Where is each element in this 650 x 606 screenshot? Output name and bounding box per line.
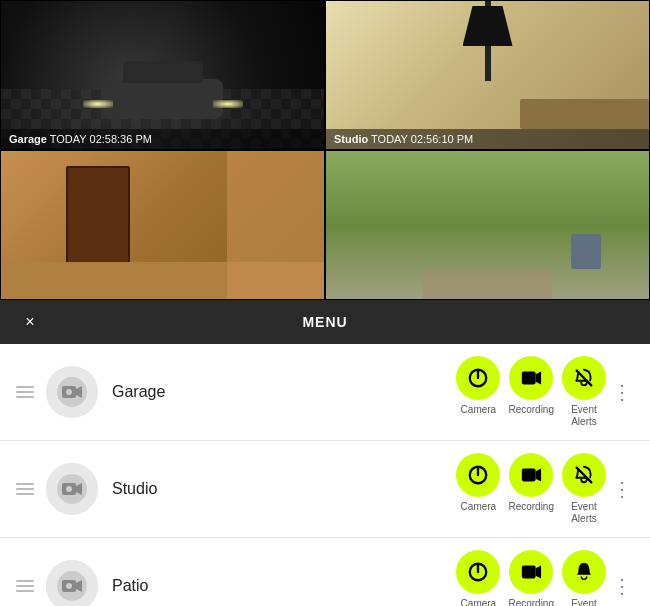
recording-toggle-patio[interactable] bbox=[509, 550, 553, 594]
camera-list: Garage Camera Recording EventAlerts bbox=[0, 344, 650, 606]
action-alerts-garage: EventAlerts bbox=[562, 356, 606, 428]
camera-actions-garage: Camera Recording EventAlerts bbox=[456, 356, 606, 428]
camera-thumb-garage bbox=[46, 366, 98, 418]
menu-title: MENU bbox=[0, 314, 650, 330]
svg-rect-12 bbox=[522, 469, 536, 482]
close-button[interactable]: × bbox=[16, 308, 44, 336]
svg-rect-19 bbox=[522, 566, 536, 579]
action-alerts-label-garage: EventAlerts bbox=[571, 404, 597, 428]
action-recording-studio: Recording bbox=[508, 453, 554, 513]
drag-handle-studio[interactable] bbox=[16, 483, 34, 495]
svg-point-2 bbox=[66, 389, 72, 395]
action-alerts-label-patio: EventAlerts bbox=[571, 598, 597, 606]
video-cell-garage[interactable]: Garage TODAY 02:58:36 PM bbox=[0, 0, 325, 150]
video-cell-studio[interactable]: Studio TODAY 02:56:10 PM bbox=[325, 0, 650, 150]
alerts-toggle-studio[interactable] bbox=[562, 453, 606, 497]
camera-item-studio: Studio Camera Recording EventAlerts bbox=[0, 441, 650, 538]
camera-name-garage: Garage bbox=[112, 383, 456, 401]
svg-marker-6 bbox=[536, 372, 542, 385]
action-camera-label-patio: Camera bbox=[461, 598, 497, 606]
svg-point-16 bbox=[66, 583, 72, 589]
camera-toggle-studio[interactable] bbox=[456, 453, 500, 497]
camera-name-patio: Patio bbox=[112, 577, 456, 595]
video-grid: Garage TODAY 02:58:36 PM Studio TODAY 02… bbox=[0, 0, 650, 300]
camera-toggle-patio[interactable] bbox=[456, 550, 500, 594]
drag-handle-garage[interactable] bbox=[16, 386, 34, 398]
camera-thumb-patio bbox=[46, 560, 98, 606]
action-camera-garage: Camera bbox=[456, 356, 500, 416]
camera-actions-studio: Camera Recording EventAlerts bbox=[456, 453, 606, 525]
alerts-toggle-patio[interactable] bbox=[562, 550, 606, 594]
more-menu-patio[interactable]: ⋮ bbox=[610, 570, 634, 602]
svg-marker-15 bbox=[76, 580, 82, 592]
action-alerts-studio: EventAlerts bbox=[562, 453, 606, 525]
camera-toggle-garage[interactable] bbox=[456, 356, 500, 400]
action-alerts-label-studio: EventAlerts bbox=[571, 501, 597, 525]
svg-marker-1 bbox=[76, 386, 82, 398]
action-camera-label-garage: Camera bbox=[461, 404, 497, 416]
menu-bar: × MENU bbox=[0, 300, 650, 344]
action-recording-garage: Recording bbox=[508, 356, 554, 416]
action-recording-label-garage: Recording bbox=[508, 404, 554, 416]
video-cell-patio[interactable] bbox=[0, 150, 325, 300]
camera-item-garage: Garage Camera Recording EventAlerts bbox=[0, 344, 650, 441]
video-label-studio: Studio TODAY 02:56:10 PM bbox=[326, 129, 649, 149]
drag-handle-patio[interactable] bbox=[16, 580, 34, 592]
camera-name-studio: Studio bbox=[112, 480, 456, 498]
more-menu-studio[interactable]: ⋮ bbox=[610, 473, 634, 505]
svg-point-9 bbox=[66, 486, 72, 492]
camera-actions-patio: Camera Recording EventAlerts bbox=[456, 550, 606, 606]
camera-thumb-studio bbox=[46, 463, 98, 515]
video-label-garage: Garage TODAY 02:58:36 PM bbox=[1, 129, 324, 149]
recording-toggle-garage[interactable] bbox=[509, 356, 553, 400]
action-recording-patio: Recording bbox=[508, 550, 554, 606]
recording-toggle-studio[interactable] bbox=[509, 453, 553, 497]
camera-item-patio: Patio Camera Recording EventAlerts bbox=[0, 538, 650, 606]
action-recording-label-patio: Recording bbox=[508, 598, 554, 606]
svg-rect-5 bbox=[522, 372, 536, 385]
action-camera-label-studio: Camera bbox=[461, 501, 497, 513]
more-menu-garage[interactable]: ⋮ bbox=[610, 376, 634, 408]
svg-marker-13 bbox=[536, 469, 542, 482]
action-camera-patio: Camera bbox=[456, 550, 500, 606]
action-camera-studio: Camera bbox=[456, 453, 500, 513]
svg-marker-20 bbox=[536, 566, 542, 579]
video-cell-backyard[interactable] bbox=[325, 150, 650, 300]
svg-marker-8 bbox=[76, 483, 82, 495]
action-alerts-patio: EventAlerts bbox=[562, 550, 606, 606]
alerts-toggle-garage[interactable] bbox=[562, 356, 606, 400]
action-recording-label-studio: Recording bbox=[508, 501, 554, 513]
